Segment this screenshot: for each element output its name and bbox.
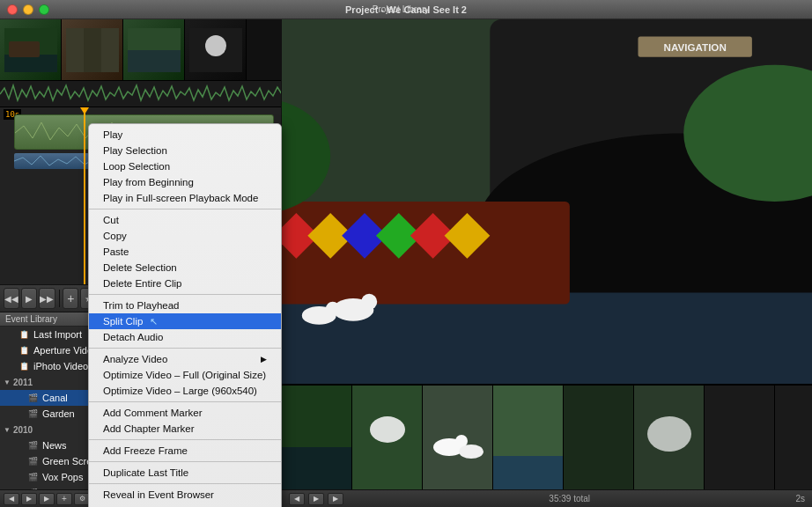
preview-area: NAVIGATION (282, 19, 812, 384)
ctx-cut[interactable]: Cut (89, 212, 281, 228)
play-small-button[interactable]: ▶ (21, 493, 37, 505)
event-library-label: Event Library (5, 314, 57, 324)
ctx-split-clip[interactable]: Split Clip ↖ (89, 313, 281, 329)
film-thumb-3[interactable] (423, 386, 493, 489)
ctx-play[interactable]: Play (89, 127, 281, 143)
ctx-sep-2 (89, 294, 281, 295)
lib-item-label: Last Import (33, 329, 82, 340)
canal-scene: NAVIGATION (282, 19, 812, 384)
thumbnail-2[interactable] (62, 19, 123, 81)
ctx-sep-3 (89, 348, 281, 349)
context-menu: Play Play Selection Loop Selection Play … (88, 123, 282, 507)
playhead-head (80, 107, 89, 114)
film-thumb-6[interactable] (634, 386, 705, 489)
close-button[interactable] (7, 4, 18, 15)
thumbnail-4[interactable] (185, 19, 247, 81)
lib-item-label: Canal (42, 393, 68, 403)
ctx-add-freeze-frame[interactable]: Add Freeze Frame (89, 443, 281, 459)
triangle-2010: ▼ (4, 426, 11, 434)
svg-rect-38 (493, 456, 564, 489)
status-controls-left: ◀ ▶ ▶ (289, 493, 343, 505)
svg-point-32 (370, 416, 405, 443)
ctx-sep-7 (89, 483, 281, 484)
ctx-sep-1 (89, 209, 281, 209)
next-button[interactable]: ▶ (39, 493, 55, 505)
playhead[interactable] (84, 107, 85, 284)
ctx-delete-selection[interactable]: Delete Selection (89, 260, 281, 276)
cursor-indicator: ↖ (150, 316, 158, 327)
svg-text:NAVIGATION: NAVIGATION (664, 41, 727, 53)
svg-point-36 (459, 445, 484, 459)
svg-point-26 (361, 294, 377, 310)
ctx-paste[interactable]: Paste (89, 244, 281, 260)
ctx-sep-4 (89, 401, 281, 402)
ctx-sep-5 (89, 439, 281, 440)
lib-item-label: News (42, 440, 67, 451)
fast-forward-button[interactable]: ▶▶ (39, 288, 55, 309)
add-button[interactable]: + (63, 288, 78, 309)
lib-item-label: Garden (42, 408, 75, 419)
ctx-add-comment-marker[interactable]: Add Comment Marker (89, 405, 281, 421)
ctx-sep-6 (89, 461, 281, 462)
news-icon: 🎬 (26, 439, 39, 452)
prev-button[interactable]: ◀ (4, 493, 19, 505)
green-screen-icon: 🎬 (26, 455, 39, 467)
ctx-play-from-beginning[interactable]: Play from Beginning (89, 174, 281, 190)
title-bar: Project Library Project - We Canal See I… (0, 0, 812, 19)
film-thumb-5[interactable] (564, 386, 634, 489)
window-title: Project - We Canal See It 2 (345, 4, 467, 15)
svg-point-8 (205, 35, 226, 56)
garden-icon: 🎬 (26, 408, 39, 420)
svg-point-28 (326, 302, 340, 316)
window-controls (7, 4, 49, 15)
film-thumb-2[interactable] (352, 386, 423, 489)
last-import-icon: 📋 (18, 328, 30, 341)
film-thumb-1[interactable] (282, 386, 352, 489)
minimize-button[interactable] (23, 4, 33, 15)
ctx-reveal-event-browser[interactable]: Reveal in Event Browser (89, 487, 281, 503)
lib-section-label: 2011 (13, 378, 33, 387)
ctx-analyze-video[interactable]: Analyze Video ▶ (89, 351, 281, 367)
iphoto-icon: 📋 (18, 360, 30, 372)
thumbnail-1[interactable] (0, 19, 62, 81)
ctx-play-selection[interactable]: Play Selection (89, 143, 281, 158)
ctx-play-fullscreen[interactable]: Play in Full-screen Playback Mode (89, 190, 281, 206)
right-panel: NAVIGATION (282, 19, 812, 507)
ctx-reveal-in-finder[interactable]: Reveal in Finder (89, 503, 281, 507)
play-button[interactable]: ▶ (21, 288, 37, 309)
aperture-icon: 📋 (18, 344, 30, 356)
rewind-button[interactable]: ◀◀ (4, 288, 19, 309)
status-play-btn[interactable]: ▶ (308, 493, 324, 505)
lib-section-label: 2010 (13, 425, 33, 435)
svg-rect-2 (9, 41, 40, 57)
status-next-btn[interactable]: ▶ (328, 493, 343, 505)
film-thumb-4[interactable] (493, 386, 564, 489)
svg-rect-6 (128, 50, 181, 72)
ctx-trim-to-playhead[interactable]: Trim to Playhead (89, 298, 281, 313)
svg-point-41 (647, 416, 691, 452)
status-bar: ◀ ▶ ▶ 35:39 total 2s (282, 489, 812, 507)
svg-rect-42 (705, 386, 775, 489)
svg-rect-4 (84, 28, 101, 72)
ctx-delete-entire-clip[interactable]: Delete Entire Clip (89, 276, 281, 291)
project-thumbnails (0, 19, 281, 81)
ctx-copy[interactable]: Copy (89, 228, 281, 244)
ctx-optimize-full[interactable]: Optimize Video – Full (Original Size) (89, 367, 281, 383)
maximize-button[interactable] (39, 4, 49, 15)
ctx-detach-audio[interactable]: Detach Audio (89, 329, 281, 345)
ctx-duplicate-last-title[interactable]: Duplicate Last Title (89, 465, 281, 481)
ctx-add-chapter-marker[interactable]: Add Chapter Marker (89, 421, 281, 437)
svg-rect-30 (282, 447, 352, 489)
vox-pops-icon: 🎬 (26, 471, 39, 483)
toolbar-divider-1 (59, 290, 60, 307)
ctx-optimize-large[interactable]: Optimize Video – Large (960x540) (89, 383, 281, 399)
add-small-button[interactable]: + (56, 493, 72, 505)
film-thumb-7[interactable] (705, 386, 775, 489)
ctx-loop-selection[interactable]: Loop Selection (89, 158, 281, 174)
lib-item-label: Vox Pops (42, 472, 83, 482)
analyze-arrow: ▶ (261, 355, 267, 364)
canal-icon: 🎬 (26, 392, 39, 404)
status-zoom: 2s (795, 494, 805, 503)
status-prev-btn[interactable]: ◀ (289, 493, 305, 505)
thumbnail-3[interactable] (123, 19, 185, 81)
